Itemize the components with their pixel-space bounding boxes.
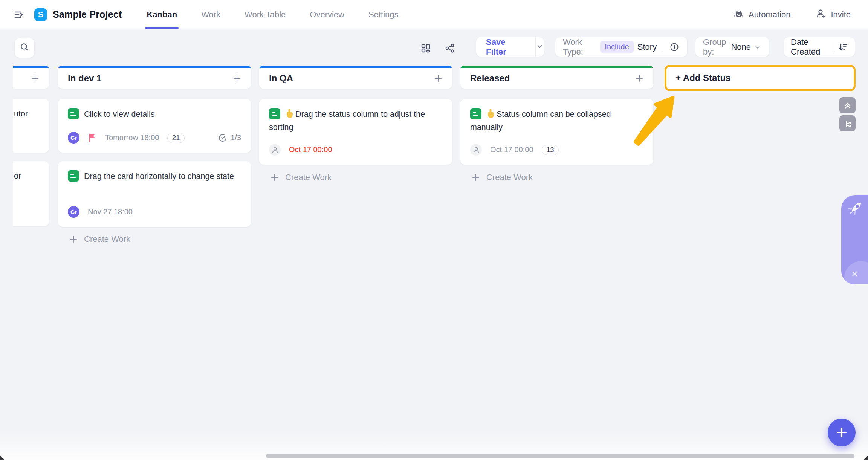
tab-work[interactable]: Work <box>201 0 220 29</box>
work-card[interactable]: Click to view details Gr Tomorrow 18:00 … <box>58 99 251 153</box>
create-work-label: Create Work <box>285 173 332 182</box>
create-fab-button[interactable] <box>828 419 856 446</box>
column-accent-bar <box>259 66 452 68</box>
create-work-label: Create Work <box>84 234 130 244</box>
work-item-icon <box>269 108 280 119</box>
search-icon <box>19 42 30 54</box>
tab-work-table[interactable]: Work Table <box>245 0 286 29</box>
count-badge: 13 <box>542 145 559 155</box>
sidebar-toggle-icon[interactable] <box>11 7 27 23</box>
add-status-button[interactable]: + Add Status <box>665 65 856 91</box>
progress-text: 1/3 <box>231 133 241 142</box>
avatar[interactable]: Gr <box>68 132 79 144</box>
share-icon[interactable] <box>443 41 457 55</box>
card-title: or <box>14 171 21 180</box>
card-title: Drag the card horizontally to change sta… <box>84 172 234 181</box>
due-date: Oct 17 00:00 <box>490 145 533 154</box>
horizontal-scrollbar[interactable] <box>266 454 854 458</box>
person-add-icon <box>815 8 827 21</box>
invite-button[interactable]: Invite <box>815 8 851 21</box>
work-type-value: Story <box>637 42 657 52</box>
invite-label: Invite <box>831 10 851 20</box>
avatar[interactable]: Gr <box>68 206 79 218</box>
pointing-hand-icon <box>285 109 293 122</box>
subtask-progress: 1/3 <box>218 133 241 142</box>
add-filter-icon[interactable] <box>669 42 680 52</box>
tab-settings[interactable]: Settings <box>368 0 399 29</box>
add-card-icon[interactable] <box>432 73 444 84</box>
search-button[interactable] <box>14 38 35 58</box>
add-status-label: + Add Status <box>675 73 730 83</box>
work-type-filter[interactable]: Work Type: Include Story <box>555 37 688 57</box>
column-title: Released <box>470 73 510 84</box>
plus-icon <box>69 234 78 244</box>
add-card-icon[interactable] <box>231 73 243 84</box>
upgrade-label: Upgrade <box>850 228 868 276</box>
create-work-button[interactable]: Create Work <box>270 173 332 182</box>
work-type-mode-pill[interactable]: Include <box>600 41 634 53</box>
add-card-icon[interactable] <box>29 73 41 84</box>
automation-label: Automation <box>749 10 790 20</box>
rocket-icon <box>844 198 865 219</box>
app-window: S Sample Project Kanban Work Work Table … <box>0 0 868 460</box>
collapse-all-icon[interactable] <box>839 97 856 113</box>
board-view-icon[interactable] <box>419 41 432 55</box>
column-header-partial[interactable] <box>13 66 49 89</box>
nav-actions: Automation Invite <box>733 8 851 21</box>
plus-icon <box>270 173 280 182</box>
count-badge: 21 <box>167 133 184 143</box>
assignee-placeholder-icon[interactable] <box>470 144 482 156</box>
assignee-placeholder-icon[interactable] <box>269 144 281 156</box>
close-icon[interactable]: ✕ <box>841 269 868 279</box>
work-item-icon <box>68 108 79 119</box>
create-work-button[interactable]: Create Work <box>471 173 533 182</box>
work-card[interactable]: Status column can be collapsed manually … <box>460 99 653 165</box>
column-title: In dev 1 <box>68 73 101 84</box>
work-card-clipped[interactable]: or <box>13 161 49 226</box>
project-logo[interactable]: S <box>34 8 47 21</box>
work-item-icon <box>68 170 79 182</box>
card-title: utor <box>14 109 28 118</box>
priority-flag-icon <box>88 133 97 143</box>
group-by-label: Group by: <box>703 37 728 57</box>
work-card-clipped[interactable]: utor <box>13 99 49 153</box>
tab-kanban[interactable]: Kanban <box>147 0 177 29</box>
divider <box>663 42 663 52</box>
upgrade-banner[interactable]: Upgrade ✕ <box>841 195 868 284</box>
check-circle-icon <box>218 133 227 142</box>
divider <box>833 42 833 52</box>
top-nav: S Sample Project Kanban Work Work Table … <box>0 0 868 29</box>
column-title: In QA <box>269 73 293 84</box>
sort-label: Date Created <box>791 37 828 57</box>
card-title: Click to view details <box>84 110 155 119</box>
work-card[interactable]: Drag the status column to adjust the sor… <box>259 99 452 165</box>
robot-icon <box>733 8 744 21</box>
save-filter-button[interactable]: Save Filter <box>476 37 535 57</box>
sort-control[interactable]: Date Created <box>784 37 855 57</box>
tab-overview[interactable]: Overview <box>310 0 344 29</box>
work-type-label: Work Type: <box>563 37 596 57</box>
card-meta: Gr Nov 27 18:00 <box>68 206 241 218</box>
chevron-down-icon <box>754 43 761 51</box>
work-card[interactable]: Drag the card horizontally to change sta… <box>58 161 251 227</box>
chevron-down-icon <box>536 42 544 52</box>
due-date: Oct 17 00:00 <box>289 145 332 154</box>
create-work-button[interactable]: Create Work <box>69 234 130 244</box>
project-title: Sample Project <box>53 9 122 20</box>
card-meta: Gr Tomorrow 18:00 21 1/3 <box>68 132 241 144</box>
column-header-in-dev-1[interactable]: In dev 1 <box>58 66 251 89</box>
swimlane-view-icon[interactable] <box>839 115 856 131</box>
column-header-released[interactable]: Released <box>460 66 653 89</box>
save-filter-dropdown[interactable] <box>536 42 544 52</box>
column-accent-bar <box>13 66 49 68</box>
work-item-icon <box>470 108 481 119</box>
column-header-in-qa[interactable]: In QA <box>259 66 452 89</box>
sort-descending-icon[interactable] <box>838 42 848 52</box>
add-card-icon[interactable] <box>634 73 645 84</box>
group-by-select[interactable]: Group by: None <box>695 37 769 57</box>
plus-icon <box>471 173 481 182</box>
plus-icon <box>835 426 848 439</box>
column-accent-bar <box>460 66 653 68</box>
pointing-hand-icon <box>486 109 495 122</box>
automation-button[interactable]: Automation <box>733 8 790 21</box>
